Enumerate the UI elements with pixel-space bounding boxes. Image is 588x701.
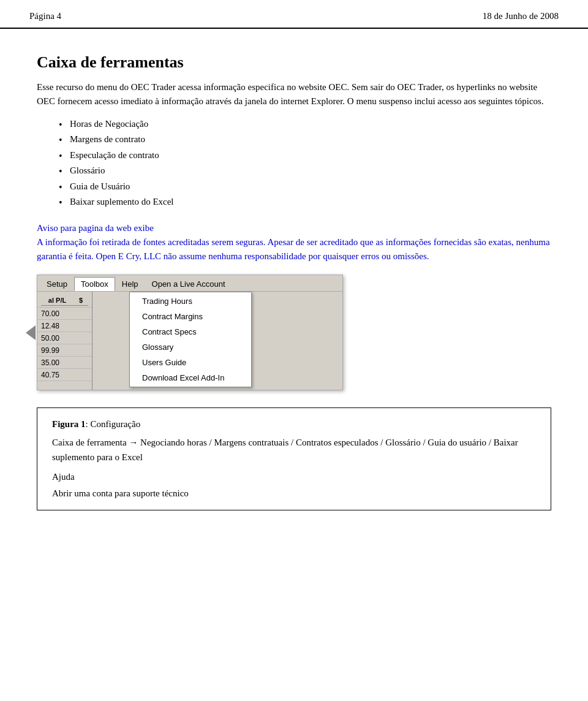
dropdown-users-guide[interactable]: Users Guide — [130, 355, 251, 370]
sidebar-col-pl: al P/L — [41, 295, 74, 306]
menu-setup[interactable]: Setup — [40, 277, 74, 291]
dropdown-glossary[interactable]: Glossary — [130, 339, 251, 355]
page-number: Página 4 — [29, 11, 61, 21]
menu-live-account[interactable]: Open a Live Account — [145, 277, 232, 291]
page-header: Página 4 18 de Junho de 2008 — [0, 0, 588, 29]
sidebar-row-1: 70.00 — [37, 308, 92, 320]
notice-line1: Aviso para pagina da web exibe — [37, 221, 551, 235]
feature-list: Horas de Negociação Margens de contrato … — [59, 116, 551, 210]
menubar: Setup Toolbox Help Open a Live Account — [37, 275, 342, 292]
list-item: Horas de Negociação — [59, 116, 551, 132]
sidebar-row-3: 50.00 — [37, 332, 92, 344]
screenshot-main: Trading Hours Contract Margins Contract … — [92, 292, 342, 390]
dropdown-contract-specs[interactable]: Contract Specs — [130, 324, 251, 339]
list-item: Guia de Usuário — [59, 179, 551, 195]
figure-label: Figura 1 — [52, 419, 86, 429]
screenshot-container: Setup Toolbox Help Open a Live Account a… — [37, 275, 551, 390]
sidebar-row-4: 99.99 — [37, 344, 92, 357]
toolbox-dropdown: Trading Hours Contract Margins Contract … — [129, 292, 252, 387]
list-item: Baixar suplemento do Excel — [59, 194, 551, 210]
figure-sub2: Abrir uma conta para suporte técnico — [52, 488, 536, 499]
dropdown-excel-addin[interactable]: Download Excel Add-In — [130, 370, 251, 385]
sidebar-header-row: al P/L $ — [37, 294, 92, 308]
list-item: Especulação de contrato — [59, 148, 551, 164]
sidebar-row-2: 12.48 — [37, 320, 92, 332]
page-date: 18 de Junho de 2008 — [483, 11, 559, 21]
page: Página 4 18 de Junho de 2008 Caixa de fe… — [0, 0, 588, 701]
list-item: Glossário — [59, 163, 551, 179]
intro-paragraph: Esse recurso do menu do OEC Trader acess… — [37, 80, 551, 109]
menu-toolbox[interactable]: Toolbox — [74, 277, 115, 291]
dropdown-contract-margins[interactable]: Contract Margins — [130, 309, 251, 324]
sidebar-col-dollar: $ — [74, 295, 88, 306]
dropdown-trading-hours[interactable]: Trading Hours — [130, 294, 251, 309]
left-arrow-icon — [26, 325, 36, 340]
notice-block: Aviso para pagina da web exibe A informa… — [37, 221, 551, 264]
page-content: Caixa de ferramentas Esse recurso do men… — [0, 29, 588, 529]
sidebar-row-5: 35.00 — [37, 357, 92, 369]
figure-sub1: Ajuda — [52, 472, 536, 482]
figure-title: Figura 1: Configuração — [52, 419, 536, 430]
list-item: Margens de contrato — [59, 132, 551, 148]
notice-line2: A informação foi retirada de fontes acre… — [37, 235, 551, 264]
page-title: Caixa de ferramentas — [37, 53, 551, 72]
figure-description: Caixa de ferramenta → Negociando horas /… — [52, 436, 536, 464]
screenshot-body: al P/L $ 70.00 12.48 50.00 99.99 35.00 4… — [37, 292, 342, 390]
screenshot: Setup Toolbox Help Open a Live Account a… — [37, 275, 343, 390]
screenshot-sidebar: al P/L $ 70.00 12.48 50.00 99.99 35.00 4… — [37, 292, 92, 390]
menu-help[interactable]: Help — [115, 277, 145, 291]
sidebar-row-6: 40.75 — [37, 369, 92, 381]
figure-box: Figura 1: Configuração Caixa de ferramen… — [37, 407, 551, 510]
